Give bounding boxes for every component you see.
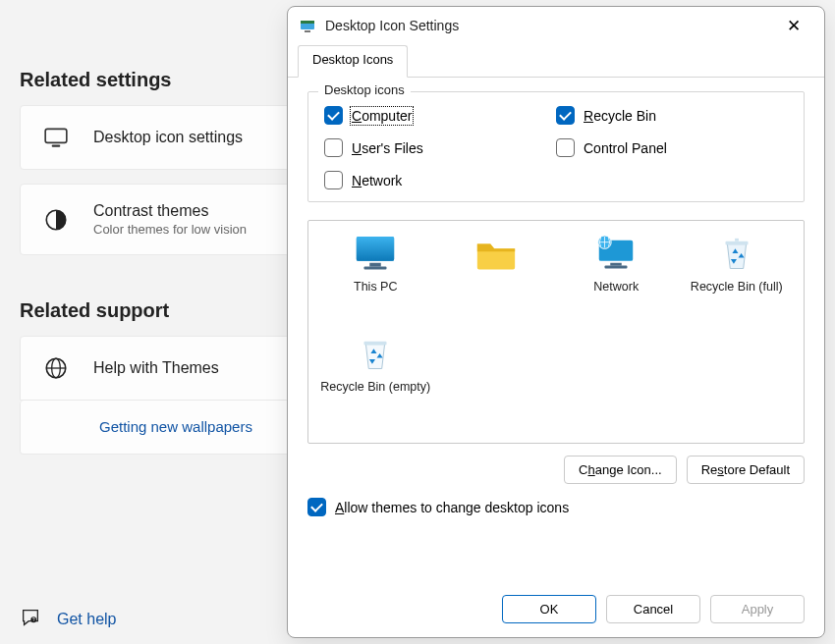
change-icon-button[interactable]: Change Icon... (564, 456, 677, 484)
svg-rect-0 (45, 129, 67, 142)
card-title: Contrast themes (93, 202, 247, 220)
fieldset-legend: Desktop icons (318, 82, 411, 97)
checkbox-network[interactable]: Network (324, 171, 556, 189)
preview-label: This PC (354, 280, 397, 295)
cancel-button[interactable]: Cancel (606, 595, 700, 623)
apply-button[interactable]: Apply (710, 595, 805, 623)
preview-item-this-pc[interactable]: This PC (318, 235, 433, 329)
checkbox-icon (556, 138, 575, 157)
svg-rect-12 (357, 237, 394, 261)
checkbox-label: Recycle Bin (584, 108, 656, 124)
dialog-body: Desktop icons Computer Recycle Bin User'… (288, 78, 824, 581)
preview-label: Recycle Bin (empty) (320, 380, 430, 396)
checkbox-icon (324, 138, 343, 157)
network-icon (593, 235, 639, 274)
checkbox-allow-themes[interactable]: Allow themes to change desktop icons (307, 498, 805, 516)
checkbox-label: Allow themes to change desktop icons (335, 500, 569, 515)
globe-icon (42, 354, 70, 382)
checkbox-label: Network (352, 173, 402, 188)
preview-label: Recycle Bin (full) (691, 280, 783, 295)
desktop-icons-fieldset: Desktop icons Computer Recycle Bin User'… (307, 91, 805, 202)
checkbox-icon (307, 498, 326, 516)
checkbox-icon (556, 106, 575, 125)
checkbox-icon (324, 106, 343, 125)
get-help-link[interactable]: Get help (57, 611, 116, 628)
checkbox-label: Control Panel (584, 140, 667, 156)
getting-wallpapers-link[interactable]: Getting new wallpapers (99, 418, 252, 435)
dialog-tabbar: Desktop Icons (288, 44, 824, 78)
svg-rect-10 (305, 30, 310, 32)
svg-rect-13 (369, 263, 380, 267)
card-title: Desktop icon settings (93, 129, 243, 146)
preview-item-recycle-full[interactable]: Recycle Bin (full) (680, 235, 795, 329)
checkbox-label: User's Files (352, 140, 423, 156)
get-help-row: ? Get help (20, 607, 116, 632)
svg-rect-19 (725, 242, 748, 245)
folder-icon (473, 235, 519, 274)
dialog-footer: OK Cancel Apply (288, 581, 824, 637)
this-pc-icon (353, 235, 398, 274)
checkbox-recycle-bin[interactable]: Recycle Bin (556, 106, 788, 125)
svg-rect-14 (364, 267, 387, 270)
checkbox-computer[interactable]: Computer (324, 106, 556, 125)
tab-desktop-icons[interactable]: Desktop Icons (298, 45, 408, 78)
svg-rect-17 (605, 266, 628, 269)
preview-item-network[interactable]: Network (559, 235, 674, 329)
checkbox-control-panel[interactable]: Control Panel (556, 138, 788, 157)
help-bubble-icon: ? (20, 607, 41, 632)
icon-preview-pane: This PC Network Recycle Bin (full) (307, 220, 805, 444)
icon-action-row: Change Icon... Restore Default (307, 456, 805, 484)
svg-rect-16 (610, 263, 621, 266)
close-button[interactable]: ✕ (775, 9, 812, 42)
dialog-title-icon (300, 18, 315, 33)
recycle-bin-empty-icon (353, 335, 398, 374)
svg-rect-20 (364, 342, 387, 346)
preview-item-user-folder[interactable] (439, 235, 554, 329)
dialog-title: Desktop Icon Settings (325, 18, 459, 33)
monitor-icon (42, 124, 70, 151)
card-title: Help with Themes (93, 359, 219, 377)
svg-rect-9 (301, 21, 314, 24)
checkbox-icon (324, 171, 343, 189)
contrast-icon (42, 206, 70, 234)
restore-default-button[interactable]: Restore Default (687, 456, 805, 484)
ok-button[interactable]: OK (502, 595, 596, 623)
checkbox-label: Computer (352, 108, 412, 124)
dialog-titlebar: Desktop Icon Settings ✕ (288, 7, 824, 44)
desktop-icon-settings-dialog: Desktop Icon Settings ✕ Desktop Icons De… (287, 6, 825, 638)
svg-rect-1 (52, 145, 61, 147)
recycle-bin-full-icon (714, 235, 759, 274)
checkbox-users-files[interactable]: User's Files (324, 138, 556, 157)
preview-label: Network (593, 280, 639, 295)
close-icon: ✕ (787, 16, 801, 36)
preview-item-recycle-empty[interactable]: Recycle Bin (empty) (318, 335, 433, 429)
card-subtitle: Color themes for low vision (93, 222, 247, 237)
